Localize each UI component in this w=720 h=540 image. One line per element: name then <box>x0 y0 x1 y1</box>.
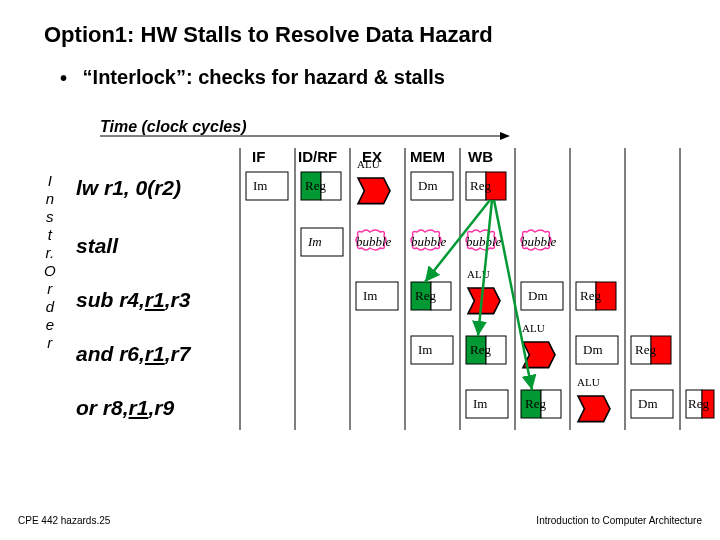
svg-rect-35 <box>521 282 563 310</box>
svg-rect-43 <box>486 336 506 364</box>
svg-rect-15 <box>321 172 341 200</box>
svg-marker-2 <box>500 132 510 140</box>
stage-ex: EX <box>362 148 382 165</box>
svg-text:Im: Im <box>418 342 432 357</box>
svg-rect-46 <box>576 336 618 364</box>
svg-text:Reg: Reg <box>525 396 546 411</box>
svg-text:Reg: Reg <box>688 396 709 411</box>
svg-text:Im: Im <box>473 396 487 411</box>
svg-rect-48 <box>631 336 651 364</box>
stage-if: IF <box>252 148 265 165</box>
svg-text:Im: Im <box>363 288 377 303</box>
stage-idrf: ID/RF <box>298 148 337 165</box>
bullet-line: • “Interlock”: checks for hazard & stall… <box>60 66 445 90</box>
svg-text:Dm: Dm <box>583 342 603 357</box>
row-and: Im Reg ALU Dm Reg <box>411 322 671 368</box>
row-stall: Im bubble bubble bubble bubble <box>301 228 557 256</box>
svg-rect-12 <box>246 172 288 200</box>
instr-order-label: In st r. Or de r <box>44 172 56 352</box>
svg-rect-23 <box>301 228 343 256</box>
svg-text:Reg: Reg <box>470 342 491 357</box>
instr-row-3: and r6,r1,r7 <box>76 342 190 366</box>
svg-rect-31 <box>411 282 431 310</box>
svg-rect-57 <box>631 390 673 418</box>
page-title: Option1: HW Stalls to Resolve Data Hazar… <box>44 22 493 48</box>
svg-rect-59 <box>686 390 702 418</box>
svg-text:Reg: Reg <box>305 178 326 193</box>
svg-text:Reg: Reg <box>470 178 491 193</box>
stage-mem: MEM <box>410 148 445 165</box>
svg-rect-37 <box>576 282 596 310</box>
svg-text:Reg: Reg <box>415 288 436 303</box>
svg-text:bubble: bubble <box>466 234 502 249</box>
stage-wb: WB <box>468 148 493 165</box>
row-sub: Im Reg ALU Dm Reg <box>356 268 616 314</box>
svg-text:bubble: bubble <box>411 234 447 249</box>
svg-text:Dm: Dm <box>528 288 548 303</box>
svg-rect-20 <box>466 172 486 200</box>
svg-rect-18 <box>411 172 453 200</box>
svg-text:bubble: bubble <box>356 234 392 249</box>
svg-text:Dm: Dm <box>638 396 658 411</box>
instr-row-0: lw r1, 0(r2) <box>76 176 181 200</box>
svg-text:Reg: Reg <box>580 288 601 303</box>
svg-rect-51 <box>466 390 508 418</box>
svg-rect-38 <box>596 282 616 310</box>
svg-text:bubble: bubble <box>521 234 557 249</box>
instr-row-2: sub r4,r1,r3 <box>76 288 190 312</box>
svg-text:Reg: Reg <box>635 342 656 357</box>
svg-text:ALU: ALU <box>467 268 490 280</box>
time-axis-label: Time (clock cycles) <box>100 118 246 136</box>
svg-text:Im: Im <box>307 234 322 249</box>
row-or: Im Reg ALU Dm Reg <box>466 376 714 422</box>
footer-left: CPE 442 hazards.25 <box>18 515 110 526</box>
svg-rect-21 <box>486 172 506 200</box>
svg-rect-54 <box>541 390 561 418</box>
svg-text:ALU: ALU <box>522 322 545 334</box>
footer-right: Introduction to Computer Architecture <box>536 515 702 526</box>
svg-rect-60 <box>702 390 714 418</box>
svg-text:ALU: ALU <box>577 376 600 388</box>
svg-text:Dm: Dm <box>418 178 438 193</box>
svg-rect-40 <box>411 336 453 364</box>
instr-row-4: or r8,r1,r9 <box>76 396 174 420</box>
svg-text:Im: Im <box>253 178 267 193</box>
svg-line-62 <box>425 200 490 282</box>
svg-rect-42 <box>466 336 486 364</box>
svg-rect-53 <box>521 390 541 418</box>
svg-rect-29 <box>356 282 398 310</box>
instr-row-1: stall <box>76 234 118 258</box>
svg-rect-49 <box>651 336 671 364</box>
svg-rect-32 <box>431 282 451 310</box>
svg-line-63 <box>478 200 492 336</box>
svg-rect-14 <box>301 172 321 200</box>
bullet-text: “Interlock”: checks for hazard & stalls <box>83 66 445 88</box>
bullet-icon: • <box>60 67 67 90</box>
svg-line-64 <box>494 200 532 390</box>
